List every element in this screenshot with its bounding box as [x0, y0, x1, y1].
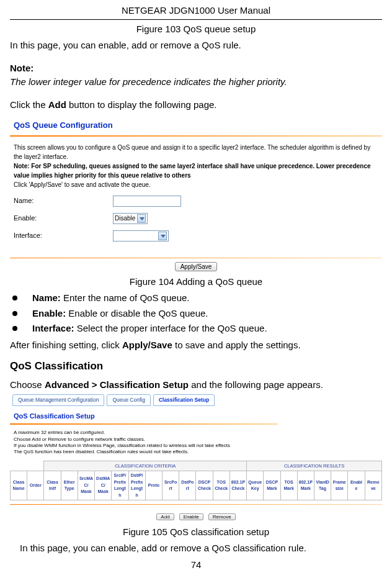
instr-bold: Add — [48, 99, 66, 110]
name-input[interactable] — [113, 196, 181, 207]
col-21: Remove — [365, 471, 381, 500]
col-11: DSCP Check — [196, 471, 213, 500]
s1-desc-bold: Note: For SP scheduling, queues assigned… — [14, 163, 371, 179]
instr-pre: Click the — [10, 99, 48, 110]
enable-button[interactable]: Enable — [179, 513, 203, 520]
s2-buttons: Add Enable Remove — [10, 508, 382, 523]
s2-desc1: A maximum 32 entries can be configured. — [14, 430, 105, 435]
col-8: Proto — [145, 471, 162, 500]
col-13: 802.1P Check — [229, 471, 246, 500]
bullet-rest: Enter the name of QoS queue. — [61, 292, 190, 303]
bullet-bold: Name: — [32, 292, 61, 303]
choose-pre: Choose — [10, 379, 45, 390]
classification-table: CLASSIFICATION CRITERIA CLASSIFICATION R… — [10, 461, 382, 500]
enable-select-value: Disable — [115, 214, 135, 223]
table-header-row: Class Name Order Class Intf Ether Type S… — [11, 471, 382, 500]
choose-bold: Advanced > Classification Setup — [45, 379, 189, 390]
figure-103-caption: Figure 103 QoS queue setup — [0, 22, 392, 37]
bullet-text: Interface: Select the proper interface f… — [32, 322, 267, 336]
intro-line: In this page, you can enable, add or rem… — [10, 38, 382, 53]
s2-hr-bottom — [10, 504, 382, 505]
s2-desc4: The QoS function has been disabled. Clas… — [14, 449, 189, 454]
col-12: TOS Check — [213, 471, 229, 500]
col-9: SrcPort — [162, 471, 179, 500]
figure-105-caption: Figure 105 QoS classification setup — [0, 525, 392, 540]
s2-tabs: Queue Management Configuration Queue Con… — [12, 394, 382, 406]
s2-hr-short — [10, 423, 278, 425]
col-2: Class Intf — [44, 471, 61, 500]
choose-text: Choose Advanced > Classification Setup a… — [10, 378, 382, 392]
col-14: Queue Key — [247, 471, 264, 500]
s1-hr-bottom — [10, 258, 382, 258]
col-18: VlanID Tag — [314, 471, 331, 500]
col-4: SrcMAC/ Mask — [78, 471, 94, 500]
interface-select[interactable] — [113, 230, 169, 242]
bullet-rest: Select the proper interface for the QoS … — [74, 323, 267, 333]
screenshot-qos-classification: Queue Management Configuration Queue Con… — [10, 394, 382, 523]
s1-label-name: Name: — [14, 196, 113, 206]
s1-title: QoS Queue Configuration — [14, 119, 382, 132]
bullet-enable: Enable: Enable or disable the QoS queue. — [30, 307, 362, 321]
s2-desc2: Choose Add or Remove to configure networ… — [14, 436, 145, 442]
bullet-text: Name: Enter the name of QoS queue. — [32, 291, 190, 305]
s2-desc3: If you disable WMM function in Wireless … — [14, 443, 230, 448]
s1-label-enable: Enable: — [14, 213, 113, 224]
bullet-interface: Interface: Select the proper interface f… — [30, 322, 362, 336]
tab-queue-config[interactable]: Queue Config — [107, 394, 150, 406]
s1-desc-line3: Click 'Apply/Save' to save and activate … — [14, 181, 151, 188]
col-5: DstMAC/ Mask — [95, 471, 112, 500]
instr-post: button to display the following page. — [66, 99, 217, 110]
col-19: Frame size — [331, 471, 348, 500]
note-text: The lower integer value for precedence i… — [10, 75, 382, 89]
col-3: Ether Type — [61, 471, 78, 500]
choose-post: and the following page appears. — [189, 379, 323, 390]
header-underline — [10, 19, 382, 20]
bullet-rest: Enable or disable the QoS queue. — [66, 308, 208, 318]
remove-button[interactable]: Remove — [208, 513, 236, 520]
col-7: DstIP/ PrefixLength — [128, 471, 145, 500]
after-post: to save and apply the settings. — [172, 340, 301, 350]
figure-104-caption: Figure 104 Adding a QoS queue — [0, 275, 392, 289]
after-pre: After finishing setting, click — [10, 340, 122, 350]
page-number: 74 — [0, 558, 392, 572]
bullets: Name: Enter the name of QoS queue. Enabl… — [30, 291, 362, 336]
s1-row-enable: Enable: Disable — [14, 213, 378, 224]
col-17: 802.1P Mark — [297, 471, 314, 500]
s1-row-interface: Interface: — [14, 230, 378, 242]
s1-label-interface: Interface: — [14, 230, 113, 241]
chevron-down-icon — [158, 232, 167, 240]
tab-queue-management[interactable]: Queue Management Configuration — [12, 394, 104, 406]
instruction-add: Click the Add button to display the foll… — [10, 98, 382, 112]
bullet-name: Name: Enter the name of QoS queue. — [30, 291, 362, 305]
col-group-criteria: CLASSIFICATION CRITERIA — [44, 461, 247, 471]
bullet-bold: Interface: — [32, 323, 74, 333]
col-15: DSCP Mark — [264, 471, 280, 500]
chevron-down-icon — [137, 214, 146, 223]
note-label: Note: — [10, 61, 382, 76]
s1-desc-line1: This screen allows you to configure a Qo… — [14, 144, 370, 160]
s2-title: QoS Classification Setup — [14, 411, 382, 422]
last-line: In this page, you can enable, add or rem… — [20, 541, 382, 556]
enable-select[interactable]: Disable — [113, 213, 148, 224]
bullet-icon — [12, 296, 17, 300]
col-20: Enable — [348, 471, 365, 500]
bullet-icon — [12, 311, 17, 316]
page-header: NETGEAR JDGN1000 User Manual — [0, 0, 392, 18]
col-6: SrcIP/ PrefixLength — [112, 471, 128, 500]
bullet-icon — [12, 326, 17, 331]
tab-classification-setup[interactable]: Classification Setup — [153, 394, 215, 406]
after-bold: Apply/Save — [122, 340, 172, 350]
col-16: TOS Mark — [280, 471, 297, 500]
apply-save-button[interactable]: Apply/Save — [175, 262, 218, 271]
s1-hr-top — [10, 135, 382, 137]
s1-desc: This screen allows you to configure a Qo… — [14, 143, 378, 189]
screenshot-qos-queue-config: QoS Queue Configuration This screen allo… — [10, 119, 382, 271]
s2-desc: A maximum 32 entries can be configured. … — [14, 430, 378, 456]
col-10: DstPort — [179, 471, 196, 500]
add-button[interactable]: Add — [156, 513, 174, 520]
s1-row-name: Name: — [14, 196, 378, 207]
col-group-results: CLASSIFICATION RESULTS — [247, 461, 382, 471]
bullet-text: Enable: Enable or disable the QoS queue. — [32, 307, 208, 321]
qos-classification-heading: QoS Classification — [10, 358, 382, 374]
after-finishing: After finishing setting, click Apply/Sav… — [10, 338, 382, 353]
